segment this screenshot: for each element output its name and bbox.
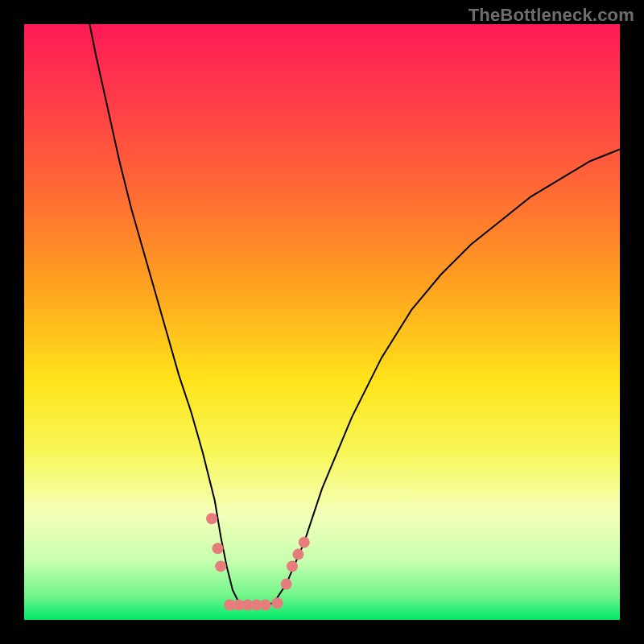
highlight-dot: [272, 597, 283, 609]
highlight-markers: [206, 513, 310, 610]
plot-area: [24, 24, 620, 620]
curve-layer: [24, 24, 620, 620]
watermark-text: TheBottleneck.com: [469, 5, 634, 26]
highlight-dot: [281, 579, 292, 590]
highlight-dot: [213, 543, 224, 554]
highlight-dot: [299, 537, 310, 548]
bottleneck-curve: [89, 24, 620, 605]
highlight-dot: [215, 560, 226, 572]
chart-frame: TheBottleneck.com: [0, 0, 644, 644]
highlight-dot: [206, 513, 217, 524]
highlight-dot: [260, 600, 271, 611]
highlight-dot: [287, 560, 298, 572]
highlight-dot: [292, 549, 303, 560]
